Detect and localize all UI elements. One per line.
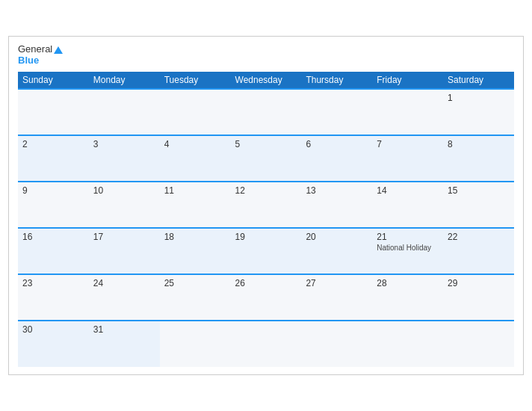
- day-cell-w1-d3: [160, 89, 231, 135]
- week-row-3: 9101112131415: [18, 182, 514, 228]
- weekday-header-row: Sunday Monday Tuesday Wednesday Thursday…: [18, 72, 514, 89]
- day-cell-w5-d7: 29: [443, 274, 514, 321]
- day-cell-w1-d2: [89, 89, 160, 135]
- day-cell-w5-d1: 23: [18, 274, 89, 321]
- day-cell-w4-d3: 18: [160, 228, 231, 274]
- header-friday: Friday: [372, 72, 443, 89]
- day-cell-w4-d5: 20: [301, 228, 372, 274]
- day-number: 28: [377, 278, 439, 288]
- day-cell-w5-d6: 28: [372, 274, 443, 321]
- day-cell-w1-d5: [301, 89, 372, 135]
- day-number: 24: [93, 278, 155, 288]
- day-cell-w3-d2: 10: [89, 182, 160, 228]
- week-row-1: 1: [18, 89, 514, 135]
- calendar-grid: Sunday Monday Tuesday Wednesday Thursday…: [18, 72, 514, 367]
- day-cell-w3-d3: 11: [160, 182, 231, 228]
- header-sunday: Sunday: [18, 72, 89, 89]
- day-number: 13: [306, 185, 368, 196]
- day-number: 26: [235, 278, 297, 288]
- day-number: 14: [377, 185, 439, 196]
- day-cell-w1-d6: [372, 89, 443, 135]
- day-cell-w2-d7: 8: [443, 135, 514, 182]
- day-cell-w2-d2: 3: [89, 135, 160, 182]
- day-cell-w3-d5: 13: [301, 182, 372, 228]
- week-row-4: 161718192021National Holiday22: [18, 228, 514, 274]
- day-number: 15: [448, 185, 510, 196]
- header-tuesday: Tuesday: [160, 72, 231, 89]
- day-number: 22: [448, 232, 510, 242]
- week-row-6: 3031: [18, 321, 514, 367]
- day-number: 8: [448, 139, 510, 149]
- header-thursday: Thursday: [301, 72, 372, 89]
- day-number: 1: [448, 93, 510, 103]
- header-monday: Monday: [89, 72, 160, 89]
- day-cell-w6-d3: [160, 321, 231, 367]
- day-cell-w4-d7: 22: [443, 228, 514, 274]
- day-number: 2: [22, 139, 84, 149]
- day-number: 25: [164, 278, 226, 288]
- logo-triangle-icon: [54, 46, 63, 54]
- day-cell-w4-d4: 19: [231, 228, 302, 274]
- day-cell-w1-d4: [231, 89, 302, 135]
- day-number: 30: [22, 324, 84, 335]
- day-number: 20: [306, 232, 368, 242]
- calendar-header: General Blue: [18, 44, 514, 66]
- day-number: 23: [22, 278, 84, 288]
- day-number: 4: [164, 139, 226, 149]
- day-cell-w6-d5: [301, 321, 372, 367]
- day-cell-w3-d7: 15: [443, 182, 514, 228]
- day-cell-w2-d4: 5: [231, 135, 302, 182]
- day-cell-w4-d6: 21National Holiday: [372, 228, 443, 274]
- logo-general-text: General: [18, 44, 63, 55]
- day-number: 21: [377, 232, 439, 242]
- logo: General Blue: [18, 44, 63, 66]
- day-cell-w5-d3: 25: [160, 274, 231, 321]
- day-cell-w1-d1: [18, 89, 89, 135]
- day-number: 18: [164, 232, 226, 242]
- day-number: 3: [93, 139, 155, 149]
- day-cell-w1-d7: 1: [443, 89, 514, 135]
- day-cell-w3-d6: 14: [372, 182, 443, 228]
- day-number: 27: [306, 278, 368, 288]
- day-cell-w4-d1: 16: [18, 228, 89, 274]
- day-event-label: National Holiday: [377, 244, 439, 252]
- logo-blue-text: Blue: [18, 55, 39, 66]
- day-number: 10: [93, 185, 155, 196]
- calendar: General Blue Sunday Monday Tuesday Wedne…: [8, 36, 524, 375]
- day-number: 11: [164, 185, 226, 196]
- header-wednesday: Wednesday: [231, 72, 302, 89]
- day-number: 29: [448, 278, 510, 288]
- day-cell-w2-d5: 6: [301, 135, 372, 182]
- day-cell-w6-d1: 30: [18, 321, 89, 367]
- day-number: 31: [93, 324, 155, 335]
- day-cell-w5-d2: 24: [89, 274, 160, 321]
- day-number: 9: [22, 185, 84, 196]
- day-number: 12: [235, 185, 297, 196]
- day-number: 7: [377, 139, 439, 149]
- day-cell-w6-d2: 31: [89, 321, 160, 367]
- day-cell-w2-d6: 7: [372, 135, 443, 182]
- day-cell-w3-d1: 9: [18, 182, 89, 228]
- day-number: 6: [306, 139, 368, 149]
- day-number: 19: [235, 232, 297, 242]
- week-row-2: 2345678: [18, 135, 514, 182]
- day-number: 16: [22, 232, 84, 242]
- day-cell-w6-d7: [443, 321, 514, 367]
- day-cell-w4-d2: 17: [89, 228, 160, 274]
- day-cell-w3-d4: 12: [231, 182, 302, 228]
- day-cell-w5-d4: 26: [231, 274, 302, 321]
- day-cell-w5-d5: 27: [301, 274, 372, 321]
- day-number: 5: [235, 139, 297, 149]
- header-saturday: Saturday: [443, 72, 514, 89]
- day-cell-w2-d1: 2: [18, 135, 89, 182]
- day-cell-w2-d3: 4: [160, 135, 231, 182]
- week-row-5: 23242526272829: [18, 274, 514, 321]
- day-cell-w6-d6: [372, 321, 443, 367]
- day-cell-w6-d4: [231, 321, 302, 367]
- day-number: 17: [93, 232, 155, 242]
